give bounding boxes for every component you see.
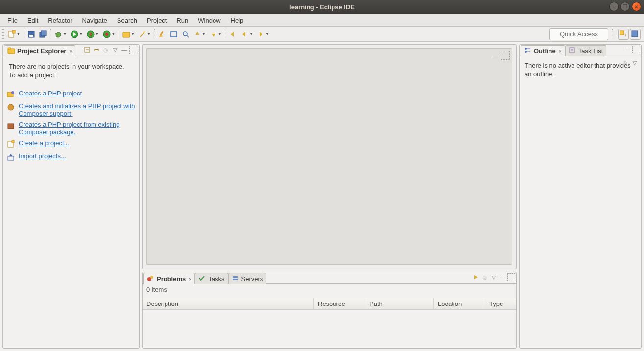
view-menu-button[interactable]: ▽ xyxy=(111,46,119,54)
menu-search[interactable]: Search xyxy=(113,15,142,25)
window-controls: – ☐ × xyxy=(609,2,641,11)
menu-run[interactable]: Run xyxy=(172,15,192,25)
focus-outline-button[interactable]: ◎ xyxy=(620,58,629,67)
filter-problems-button[interactable]: ◎ xyxy=(481,273,489,281)
svg-rect-30 xyxy=(632,31,638,37)
maximize-editor-button[interactable] xyxy=(501,51,510,60)
save-all-button[interactable] xyxy=(38,29,48,40)
explorer-empty-msg1: There are no projects in your workspace. xyxy=(9,62,133,71)
minimize-view-button[interactable]: — xyxy=(623,46,631,53)
svg-rect-46 xyxy=(233,279,238,280)
tasks-icon xyxy=(198,275,206,282)
tab-tasks[interactable]: Tasks xyxy=(195,273,228,284)
close-icon[interactable]: ✕ xyxy=(189,276,191,281)
focus-problems-button[interactable] xyxy=(472,273,480,281)
wizard-link-composer-project[interactable]: Creates and initializes a PHP project wi… xyxy=(19,102,135,117)
wizard-link-create-project[interactable]: Create a project... xyxy=(19,140,69,147)
svg-rect-20 xyxy=(171,32,177,37)
svg-marker-27 xyxy=(260,32,262,37)
wizard-item: Creates a PHP project from existing Comp… xyxy=(7,119,135,138)
maximize-view-button[interactable] xyxy=(129,46,138,54)
wizard-link-php-project[interactable]: Creates a PHP project xyxy=(19,90,82,97)
svg-marker-25 xyxy=(231,32,234,37)
col-path[interactable]: Path xyxy=(365,298,434,309)
debug-button[interactable]: ▼ xyxy=(53,29,68,40)
svg-rect-32 xyxy=(8,48,11,49)
minimize-button[interactable]: – xyxy=(609,2,619,11)
tab-label: Project Explorer xyxy=(17,47,66,55)
new-php-button[interactable]: ▼ xyxy=(121,29,136,40)
minimize-editor-button[interactable]: — xyxy=(491,51,500,60)
svg-rect-38 xyxy=(8,124,14,129)
editor-empty-area: — xyxy=(146,48,512,265)
menu-file[interactable]: File xyxy=(3,15,22,25)
wizard-link-composer-package[interactable]: Creates a PHP project from existing Comp… xyxy=(19,121,135,136)
new-button[interactable]: ▼ xyxy=(6,29,22,40)
view-outline: Outline ✕ Task List — ◎ ▽ There is no ac… xyxy=(519,44,642,349)
tab-task-list[interactable]: Task List xyxy=(565,45,607,56)
close-button[interactable]: × xyxy=(632,2,641,11)
php-perspective-button[interactable] xyxy=(630,29,641,40)
nav-back-button[interactable] xyxy=(227,29,238,40)
external-tools-icon xyxy=(87,30,95,38)
collapse-all-button[interactable] xyxy=(83,46,92,54)
svg-point-17 xyxy=(143,31,145,33)
col-type[interactable]: Type xyxy=(485,298,516,309)
col-resource[interactable]: Resource xyxy=(314,298,365,309)
nav-back-drop-button[interactable]: ▼ xyxy=(239,29,254,40)
svg-rect-40 xyxy=(12,140,14,143)
tab-label: Problems xyxy=(157,275,186,282)
save-button[interactable] xyxy=(26,29,37,40)
tab-problems[interactable]: Problems ✕ xyxy=(143,273,195,284)
perspective-plus-icon: + xyxy=(620,30,627,38)
view-editor-area: — xyxy=(142,44,517,269)
col-location[interactable]: Location xyxy=(434,298,485,309)
view-menu-button[interactable]: ▽ xyxy=(630,58,639,67)
search-button[interactable] xyxy=(180,29,191,40)
save-icon xyxy=(27,30,35,38)
menu-project[interactable]: Project xyxy=(143,15,171,25)
tab-servers[interactable]: Servers xyxy=(228,273,267,284)
coverage-button[interactable]: ▼ xyxy=(101,29,117,40)
minimize-view-button[interactable]: — xyxy=(120,46,129,54)
edit-button[interactable] xyxy=(157,29,167,40)
close-icon[interactable]: ✕ xyxy=(69,48,72,54)
back-icon xyxy=(229,30,237,38)
open-perspective-button[interactable]: + xyxy=(618,29,629,40)
toggle-breadcrumb-button[interactable] xyxy=(168,29,179,40)
servers-icon xyxy=(232,275,239,282)
menu-window[interactable]: Window xyxy=(193,15,225,25)
coverage-icon xyxy=(103,30,111,38)
run-icon xyxy=(71,30,78,38)
tab-project-explorer[interactable]: Project Explorer ✕ xyxy=(4,45,75,56)
wizard-item: Create a project... xyxy=(7,138,135,150)
wizard-link-import-projects[interactable]: Import projects... xyxy=(19,152,66,160)
close-icon[interactable]: ✕ xyxy=(559,48,562,54)
wand-button[interactable]: ▼ xyxy=(137,29,152,40)
nav-forward-button[interactable]: ▼ xyxy=(255,29,270,40)
col-description[interactable]: Description xyxy=(143,298,314,309)
quick-access-field[interactable]: Quick Access xyxy=(549,28,608,40)
menu-bar: File Edit Refactor Navigate Search Proje… xyxy=(0,14,644,27)
link-editor-button[interactable] xyxy=(92,46,101,54)
svg-rect-45 xyxy=(233,276,238,278)
toolbar-handle[interactable] xyxy=(2,29,4,39)
focus-task-button[interactable]: ◎ xyxy=(101,46,110,54)
svg-rect-3 xyxy=(29,35,33,37)
menu-help[interactable]: Help xyxy=(226,15,248,25)
minimize-view-button[interactable]: — xyxy=(499,273,506,281)
menu-edit[interactable]: Edit xyxy=(23,15,43,25)
marker-next-button[interactable]: ▼ xyxy=(208,29,223,40)
maximize-view-button[interactable] xyxy=(507,273,515,281)
tab-outline[interactable]: Outline ✕ xyxy=(521,45,565,56)
run-last-tool-button[interactable]: ▼ xyxy=(85,29,100,40)
view-menu-button[interactable]: ▽ xyxy=(490,273,498,281)
menu-navigate[interactable]: Navigate xyxy=(78,15,112,25)
problems-table-header: Description Resource Path Location Type xyxy=(143,298,516,310)
maximize-view-button[interactable] xyxy=(632,46,640,53)
svg-marker-47 xyxy=(474,275,478,279)
menu-refactor[interactable]: Refactor xyxy=(44,15,76,25)
maximize-button[interactable]: ☐ xyxy=(620,2,630,11)
marker-prev-button[interactable]: ▼ xyxy=(192,29,207,40)
run-button[interactable]: ▼ xyxy=(69,29,84,40)
